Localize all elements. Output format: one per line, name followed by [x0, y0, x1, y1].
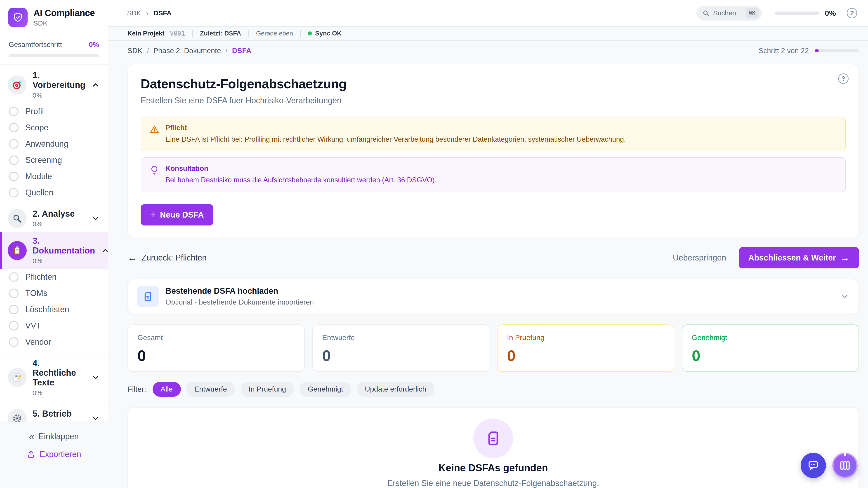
chat-fab-button[interactable]	[801, 453, 826, 478]
kanban-fab-button[interactable]	[832, 453, 858, 478]
arrow-left-icon: ←	[127, 253, 137, 263]
sync-status: Sync OK	[308, 30, 342, 37]
sidebar-item-vvt[interactable]: VVT	[0, 318, 107, 334]
floating-buttons	[801, 453, 858, 478]
new-dsfa-label: Neue DSFA	[160, 210, 204, 220]
stat-value: 0	[692, 347, 849, 364]
step-progress-fill	[815, 49, 819, 52]
overall-progress-label: Gesamtfortschritt	[8, 41, 62, 49]
arrow-right-icon: →	[840, 253, 849, 263]
sidebar-nav: 1. Vorbereitung 0% Profil Scope Anwendun…	[0, 65, 107, 422]
sync-dot-icon	[308, 31, 312, 35]
breadcrumb-phase[interactable]: Phase 2: Dokumente	[153, 46, 221, 55]
upload-icon	[26, 450, 35, 459]
help-icon[interactable]: ?	[847, 8, 857, 18]
last-edited-time: Gerade eben	[256, 30, 293, 37]
magnifier-icon	[8, 209, 27, 228]
new-dsfa-button[interactable]: + Neue DSFA	[141, 204, 213, 225]
empty-state-title: Keine DSFAs gefunden	[438, 462, 548, 474]
export-label: Exportieren	[39, 450, 81, 459]
breadcrumb-current: DSFA	[153, 9, 172, 17]
search-placeholder: Suchen...	[713, 9, 742, 17]
filter-chip-genehmigt[interactable]: Genehmigt	[300, 382, 351, 397]
slash-separator: /	[147, 46, 149, 55]
step-circle-icon	[9, 188, 19, 197]
filter-chip-update-erforderlich[interactable]: Update erforderlich	[357, 382, 434, 397]
chevron-down-icon[interactable]	[840, 292, 849, 301]
sidebar-item-anwendung[interactable]: Anwendung	[0, 136, 107, 152]
step-circle-icon	[9, 156, 19, 165]
target-icon	[8, 75, 27, 94]
skip-button[interactable]: Ueberspringen	[673, 253, 726, 263]
chevron-down-icon	[91, 414, 100, 422]
sidebar-item-scope[interactable]: Scope	[0, 120, 107, 136]
back-label: Zurueck: Pflichten	[142, 253, 207, 263]
slash-separator: /	[225, 46, 228, 55]
stat-card-genehmigt: Genehmigt 0	[682, 324, 859, 372]
last-edited-label: Zuletzt: DSFA	[200, 30, 241, 37]
sidebar-item-label: Vendor	[25, 337, 51, 347]
sidebar-section-rechtliche-texte[interactable]: 4. Rechtliche Texte 0%	[0, 354, 107, 401]
section-progress: 0%	[33, 220, 75, 228]
stat-label: In Pruefung	[507, 333, 664, 342]
stat-value: 0	[322, 347, 480, 364]
sidebar-item-label: VVT	[25, 321, 41, 330]
memo-icon	[8, 368, 27, 387]
step-circle-icon	[9, 123, 19, 132]
sidebar-section-betrieb[interactable]: 5. Betrieb 0%	[0, 405, 107, 422]
sidebar-item-pflichten[interactable]: Pflichten	[0, 269, 107, 285]
divider	[192, 30, 193, 37]
filter-chip-entwuerfe[interactable]: Entwuerfe	[186, 382, 235, 397]
page-breadcrumb: SDK / Phase 2: Dokumente / DSFA	[127, 46, 251, 55]
consultation-text: Bei hohem Restrisiko muss die Aufsichtsb…	[165, 175, 436, 185]
help-icon[interactable]: ?	[838, 73, 848, 84]
app-subtitle: SDK	[33, 20, 95, 27]
double-chevron-left-icon: «	[29, 431, 34, 442]
sidebar-section-analyse[interactable]: 2. Analyse 0%	[0, 205, 107, 232]
stat-card-gesamt: Gesamt 0	[127, 324, 305, 372]
app-header: AI Compliance SDK	[0, 0, 107, 34]
sidebar-item-loeschfristen[interactable]: Löschfristen	[0, 301, 107, 318]
topbar: SDK › DSFA Suchen... ⌘K 0% ?	[108, 0, 868, 27]
stat-value: 0	[137, 347, 295, 364]
keyboard-shortcut-badge: ⌘K	[745, 8, 759, 18]
document-icon	[485, 430, 501, 447]
filter-chip-in-pruefung[interactable]: In Pruefung	[241, 382, 294, 397]
shield-check-icon	[13, 12, 23, 23]
step-circle-icon	[9, 289, 19, 298]
sidebar-item-toms[interactable]: TOMs	[0, 285, 107, 301]
back-button[interactable]: ← Zurueck: Pflichten	[127, 253, 207, 263]
sidebar-item-module[interactable]: Module	[0, 168, 107, 185]
search-icon	[702, 9, 710, 17]
search-input[interactable]: Suchen... ⌘K	[696, 6, 762, 21]
sidebar-item-label: Löschfristen	[25, 305, 69, 314]
clipboard-icon	[8, 241, 27, 260]
sidebar-item-label: Pflichten	[25, 272, 57, 282]
upload-existing-dsfa-panel[interactable]: Bestehende DSFA hochladen Optional - bes…	[127, 279, 859, 314]
stat-label: Genehmigt	[692, 333, 849, 342]
version-badge: V001	[170, 30, 185, 37]
sidebar-item-label: TOMs	[25, 289, 47, 298]
chevron-up-icon	[101, 246, 107, 255]
sidebar-item-quellen[interactable]: Quellen	[0, 185, 107, 201]
sync-label: Sync OK	[315, 30, 342, 37]
filter-chip-alle[interactable]: Alle	[153, 382, 181, 397]
sidebar: AI Compliance SDK Gesamtfortschritt 0% 1…	[0, 0, 108, 488]
consultation-title: Konsultation	[165, 164, 436, 173]
chat-bubble-icon	[807, 459, 819, 472]
filter-label: Filter:	[127, 385, 146, 394]
sidebar-item-screening[interactable]: Screening	[0, 152, 107, 168]
complete-next-button[interactable]: Abschliessen & Weiter →	[739, 247, 859, 268]
collapse-sidebar-button[interactable]: « Einklappen	[24, 430, 84, 443]
step-circle-icon	[9, 337, 19, 347]
sidebar-section-vorbereitung[interactable]: 1. Vorbereitung 0%	[0, 66, 107, 103]
export-button[interactable]: Exportieren	[22, 448, 86, 461]
step-circle-icon	[9, 107, 19, 116]
breadcrumb-root[interactable]: SDK	[127, 9, 141, 17]
sidebar-item-profil[interactable]: Profil	[0, 103, 107, 120]
sidebar-section-dokumentation[interactable]: 3. Dokumentation 0%	[0, 232, 107, 269]
overall-progress-value: 0%	[89, 41, 99, 49]
gear-icon	[8, 409, 27, 422]
breadcrumb-root[interactable]: SDK	[127, 46, 143, 55]
sidebar-item-vendor[interactable]: Vendor	[0, 334, 107, 350]
